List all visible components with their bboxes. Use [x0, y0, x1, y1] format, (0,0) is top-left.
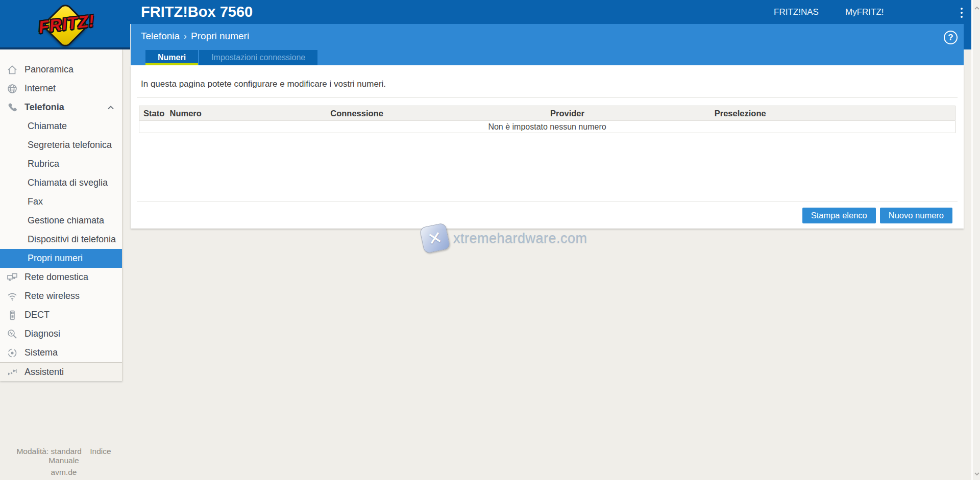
indice-link[interactable]: Indice: [90, 447, 111, 456]
column-header-stato: Stato: [139, 106, 166, 121]
assistants-icon: [7, 366, 18, 377]
sidebar-item-gestione-chiamata[interactable]: Gestione chiamata: [0, 211, 122, 230]
avm-link[interactable]: avm.de: [51, 468, 77, 476]
divider: [137, 201, 958, 202]
sidebar-item-fax[interactable]: Fax: [0, 192, 122, 211]
xtremehardware-x-icon: ✕: [419, 222, 451, 254]
page-title: FRITZ!Box 7560: [141, 0, 253, 24]
sidebar-item-rete-domestica[interactable]: Rete domestica: [0, 268, 122, 287]
phone-icon: [7, 102, 18, 113]
chevron-up-icon[interactable]: [107, 104, 115, 112]
myfritz-link[interactable]: MyFRITZ!: [845, 7, 884, 17]
home-icon: [7, 64, 18, 75]
divider: [137, 97, 958, 98]
breadcrumb-section-link[interactable]: Telefonia: [141, 31, 180, 41]
nuovo-numero-button[interactable]: Nuovo numero: [880, 208, 952, 223]
breadcrumb-separator: ›: [184, 31, 187, 41]
brand-logo-block: FRITZ!: [0, 0, 130, 49]
breadcrumb-current-page: Propri numeri: [191, 31, 249, 41]
column-header-numero: Numero: [165, 106, 326, 121]
home-network-icon: [7, 272, 18, 283]
footer: Modalità: standard Indice Manuale avm.de: [0, 447, 128, 477]
scroll-up-arrow-icon[interactable]: [974, 4, 980, 10]
sidebar-item-label: Rete wireless: [24, 291, 80, 301]
globe-icon: [7, 83, 18, 94]
sidebar-item-label: Assistenti: [24, 367, 64, 377]
nav-myfritz[interactable]: MyFRITZ!: [845, 0, 884, 24]
breadcrumb: Telefonia›Propri numeri: [141, 31, 249, 42]
xtremehardware-watermark: ✕ xtremehardware.com: [422, 225, 587, 251]
sidebar-item-sistema[interactable]: Sistema: [0, 343, 122, 362]
sidebar-item-dect[interactable]: DECT: [0, 306, 122, 324]
fritznas-link[interactable]: FRITZ!NAS: [774, 7, 819, 17]
sidebar-item-label: Internet: [24, 83, 56, 94]
watermark-text: xtremehardware.com: [453, 231, 587, 246]
tab-numeri[interactable]: Numeri: [145, 50, 198, 65]
top-bar-right-cap: [964, 0, 971, 49]
sidebar-item-chiamate[interactable]: Chiamate: [0, 117, 122, 136]
sidebar-item-label: Sistema: [24, 347, 58, 358]
table-empty-row: Non è impostato nessun numero: [139, 121, 955, 133]
sidebar-item-internet[interactable]: Internet: [0, 79, 122, 98]
sidebar-item-rubrica[interactable]: Rubrica: [0, 155, 122, 173]
sidebar-item-panoramica[interactable]: Panoramica: [0, 60, 122, 79]
kebab-menu-icon[interactable]: [959, 8, 964, 18]
sidebar-item-diagnosi[interactable]: Diagnosi: [0, 324, 122, 343]
sidebar-item-rete-wireless[interactable]: Rete wireless: [0, 287, 122, 306]
sidebar-item-assistenti[interactable]: Assistenti: [0, 362, 122, 381]
sidebar-item-label: DECT: [24, 310, 50, 320]
system-icon: [7, 347, 18, 359]
column-header-preselezione: Preselezione: [710, 106, 955, 121]
empty-message: Non è impostato nessun numero: [139, 121, 955, 133]
scroll-down-arrow-icon[interactable]: [974, 470, 980, 476]
intro-text: In questa pagina potete configurare e mo…: [141, 79, 386, 89]
sidebar-item-propri-numeri[interactable]: Propri numeri: [0, 249, 122, 268]
sidebar-item-label: Telefonia: [24, 102, 64, 113]
stampa-elenco-button[interactable]: Stampa elenco: [802, 208, 876, 223]
sidebar-item-telefonia[interactable]: Telefonia: [0, 98, 122, 117]
numbers-table: Stato Numero Connessione Provider Presel…: [139, 106, 955, 133]
sidebar-item-label: Rete domestica: [24, 272, 88, 283]
manuale-link[interactable]: Manuale: [48, 456, 79, 465]
sidebar-item-dispositivi-di-telefonia[interactable]: Dispositivi di telefonia: [0, 230, 122, 249]
sidebar-item-label: Panoramica: [24, 64, 74, 75]
diagnosis-icon: [7, 329, 18, 340]
vertical-scrollbar[interactable]: [971, 0, 980, 480]
action-buttons: Stampa elenco Nuovo numero: [802, 208, 952, 223]
dect-phone-icon: [7, 310, 18, 321]
column-header-provider: Provider: [546, 106, 710, 121]
wifi-icon: [7, 291, 18, 302]
tab-bar: Numeri Impostazioni connessione: [145, 50, 317, 65]
nav-fritznas[interactable]: FRITZ!NAS: [774, 0, 819, 24]
content-header-band: Telefonia›Propri numeri ? Numeri Imposta…: [131, 24, 964, 65]
column-header-connessione: Connessione: [326, 106, 546, 121]
sidebar-item-chiamata-di-sveglia[interactable]: Chiamata di sveglia: [0, 173, 122, 192]
tab-impostazioni-connessione[interactable]: Impostazioni connessione: [199, 50, 317, 65]
main-content-card: In questa pagina potete configurare e mo…: [131, 65, 964, 229]
mode-label: Modalità: standard: [16, 447, 82, 456]
sidebar: Panoramica Internet Telefonia Chiamate S…: [0, 49, 122, 381]
table-header-row: Stato Numero Connessione Provider Presel…: [139, 106, 955, 121]
help-icon[interactable]: ?: [944, 31, 958, 44]
sidebar-item-label: Diagnosi: [24, 329, 60, 339]
sidebar-item-segreteria-telefonica[interactable]: Segreteria telefonica: [0, 136, 122, 155]
